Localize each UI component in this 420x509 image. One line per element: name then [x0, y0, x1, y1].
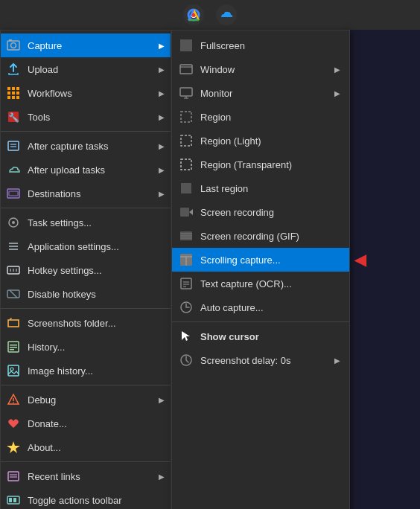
image-history-icon: [5, 362, 22, 379]
menu-item-auto-capture[interactable]: Auto capture...: [172, 295, 349, 319]
fullscreen-label: Fullscreen: [200, 40, 340, 51]
menu-item-fullscreen[interactable]: Fullscreen: [172, 33, 349, 57]
menu-item-text-capture[interactable]: Text capture (OCR)...: [172, 272, 349, 295]
screenshot-delay-arrow: ▶: [334, 356, 340, 365]
menu-item-scrolling-capture[interactable]: Scrolling capture... ◀: [172, 248, 349, 272]
svg-rect-58: [180, 39, 192, 51]
destinations-arrow: ▶: [159, 190, 165, 198]
menu-item-toggle-toolbar[interactable]: Toggle actions toolbar: [1, 488, 171, 509]
menu-item-region-transparent[interactable]: Region (Transparent): [172, 153, 349, 176]
menu-item-hotkey[interactable]: Hotkey settings...: [1, 258, 171, 282]
screenshot-delay-icon: [178, 352, 194, 368]
menu-item-window[interactable]: Window ▶: [172, 57, 349, 81]
menu-item-workflows[interactable]: Workflows ▶: [1, 81, 171, 105]
menu-item-screenshot-delay[interactable]: Screenshot delay: 0s ▶: [172, 348, 349, 372]
region-transparent-icon: [178, 156, 194, 173]
svg-rect-11: [7, 87, 10, 90]
left-menu: Capture ▶ Upload ▶ Workflows ▶ 🔧: [0, 30, 171, 509]
red-arrow: ◀: [354, 251, 366, 269]
capture-icon: [5, 37, 22, 54]
svg-rect-52: [9, 498, 12, 502]
menu-item-show-cursor[interactable]: Show cursor: [172, 324, 349, 348]
svg-rect-12: [12, 87, 15, 90]
menu-item-recent-links[interactable]: Recent links ▶: [1, 464, 171, 488]
recent-links-icon: [5, 468, 22, 484]
about-label: About...: [28, 442, 165, 453]
about-icon: [5, 439, 22, 455]
donate-icon: [5, 415, 22, 432]
recent-links-arrow: ▶: [159, 473, 165, 481]
screenshot-delay-label: Screenshot delay: 0s: [200, 355, 328, 366]
after-upload-arrow: ▶: [159, 166, 165, 174]
menu-item-upload[interactable]: Upload ▶: [1, 57, 171, 81]
menu-item-debug[interactable]: Debug ▶: [1, 388, 171, 412]
screen-recording-gif-icon: [178, 228, 194, 244]
debug-arrow: ▶: [159, 396, 165, 404]
hotkey-icon: [5, 262, 22, 278]
region-light-icon: [178, 132, 194, 149]
text-capture-label: Text capture (OCR)...: [200, 278, 340, 289]
menu-item-last-region[interactable]: Last region: [172, 176, 349, 200]
menu-item-destinations[interactable]: Destinations ▶: [1, 182, 171, 205]
svg-rect-77: [181, 278, 191, 289]
menu-item-region[interactable]: Region: [172, 105, 349, 129]
auto-capture-icon: [178, 299, 194, 316]
svg-rect-22: [8, 141, 19, 150]
debug-label: Debug: [28, 394, 153, 406]
svg-rect-48: [8, 472, 19, 481]
svg-rect-65: [181, 135, 191, 146]
menu-item-screen-recording-gif[interactable]: Screen recording (GIF): [172, 224, 349, 248]
monitor-arrow: ▶: [334, 89, 340, 97]
svg-marker-47: [7, 441, 20, 453]
task-settings-icon: [5, 214, 22, 231]
svg-rect-42: [8, 365, 19, 376]
menu-item-after-capture[interactable]: After capture tasks ▶: [1, 134, 171, 158]
separator-5: [1, 461, 171, 462]
image-history-label: Image history...: [28, 365, 165, 377]
scrolling-capture-label: Scrolling capture...: [200, 254, 340, 266]
upload-arrow: ▶: [159, 65, 165, 74]
last-region-label: Last region: [200, 183, 340, 194]
menu-item-monitor[interactable]: Monitor ▶: [172, 81, 349, 105]
workflows-arrow: ▶: [159, 89, 165, 97]
svg-rect-40: [10, 347, 17, 348]
tools-arrow: ▶: [159, 113, 165, 121]
menu-item-screenshots[interactable]: Screenshots folder...: [1, 311, 171, 335]
menu-item-screen-recording[interactable]: Screen recording: [172, 200, 349, 224]
svg-rect-26: [9, 191, 18, 196]
app-settings-icon: [5, 238, 22, 254]
menu-item-after-upload[interactable]: After upload tasks ▶: [1, 158, 171, 182]
cloud-icon: [216, 4, 237, 25]
svg-rect-61: [180, 88, 192, 96]
menu-item-disable-hotkeys[interactable]: Disable hotkeys: [1, 282, 171, 306]
svg-point-46: [13, 402, 14, 403]
upload-icon: [5, 61, 22, 77]
menu-item-history[interactable]: History...: [1, 335, 171, 359]
menu-item-image-history[interactable]: Image history...: [1, 359, 171, 382]
svg-rect-19: [16, 96, 19, 99]
menu-item-about[interactable]: About...: [1, 435, 171, 459]
menu-item-task-settings[interactable]: Task settings...: [1, 211, 171, 234]
show-cursor-icon: [178, 328, 194, 345]
debug-icon: [5, 391, 22, 408]
menu-item-region-light[interactable]: Region (Light): [172, 129, 349, 153]
menu-item-capture[interactable]: Capture ▶: [1, 33, 171, 57]
toggle-toolbar-icon: [5, 492, 22, 508]
destinations-icon: [5, 185, 22, 202]
after-capture-arrow: ▶: [159, 142, 165, 150]
capture-label: Capture: [28, 40, 153, 51]
svg-rect-68: [180, 208, 189, 217]
svg-rect-16: [16, 92, 19, 95]
window-label: Window: [200, 64, 328, 75]
separator-3: [1, 308, 171, 309]
workflows-label: Workflows: [28, 88, 153, 99]
menu-item-app-settings[interactable]: Application settings...: [1, 234, 171, 258]
menu-item-donate[interactable]: Donate...: [1, 412, 171, 435]
region-icon: [178, 109, 194, 125]
right-menu: Fullscreen Window ▶ Monitor ▶ Region: [171, 30, 350, 509]
region-label: Region: [200, 112, 340, 123]
menu-item-tools[interactable]: 🔧 Tools ▶: [1, 105, 171, 129]
separator-4: [1, 385, 171, 385]
svg-rect-14: [7, 92, 10, 95]
svg-rect-15: [12, 92, 15, 95]
